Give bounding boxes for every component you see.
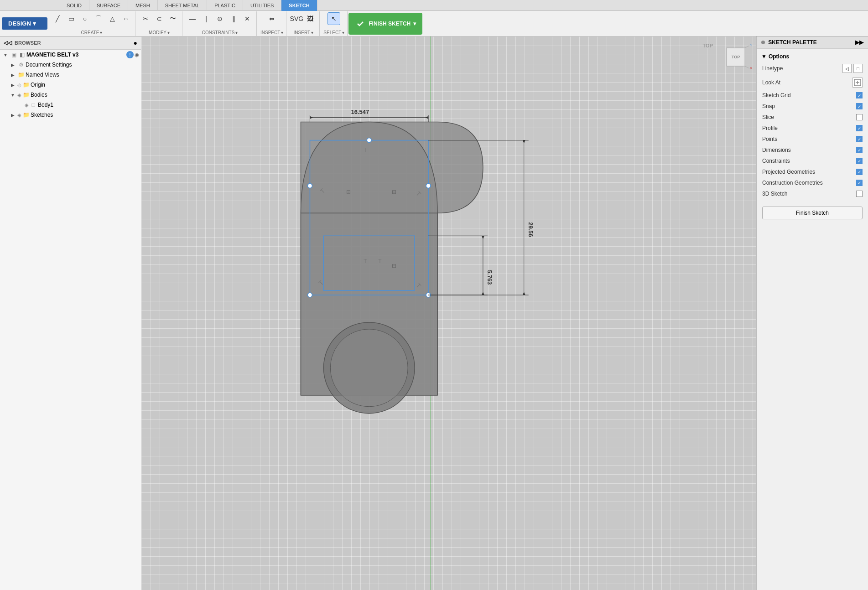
palette-row-projected-geometries: Projected Geometries✓ [757,166,868,177]
tab-plastic[interactable]: PLASTIC [207,0,243,11]
construction-geometries-label: Construction Geometries [762,180,823,186]
inspect-group: ⇔ INSPECT ▾ [258,11,286,36]
rect-tool[interactable]: ▭ [65,12,78,25]
tree-named-views[interactable]: ▶ 📁 Named Views [0,70,141,80]
svg-text:29.56: 29.56 [527,222,534,237]
3d-sketch-checkbox[interactable] [856,191,863,197]
dimensions-label: Dimensions [762,147,791,153]
constraint-x[interactable]: ✕ [241,12,254,25]
viewport[interactable]: TOP TOP Y X [141,36,756,590]
options-header[interactable]: ▼ Options [757,52,868,62]
spline-tool[interactable]: 〜 [166,12,179,25]
construction-geometries-checkbox[interactable]: ✓ [856,180,863,186]
palette-title: SKETCH PALETTE [768,39,816,46]
tab-sheet-metal[interactable]: SHEET METAL [158,0,207,11]
constraint-circle[interactable]: ⊙ [213,12,226,25]
points-label: Points [762,136,777,142]
select-tool[interactable]: ↖ [327,12,340,25]
svg-marker-37 [523,292,525,295]
tree-sketches[interactable]: ▶ ◉ 📁 Sketches [0,110,141,120]
insert-image[interactable]: 🖼 [304,12,317,25]
tree-origin[interactable]: ▶ ◎ 📁 Origin [0,80,141,90]
toolbar: SOLID SURFACE MESH SHEET METAL PLASTIC U… [0,0,868,36]
design-button[interactable]: DESIGN ▾ [2,17,47,30]
snap-checkbox[interactable]: ✓ [856,103,863,109]
browser-close[interactable]: ● [134,39,137,47]
svg-marker-30 [310,116,313,119]
palette-row-construction-geometries: Construction Geometries✓ [757,177,868,188]
linetype-dashed[interactable]: □ [853,64,863,73]
svg-text:⊟: ⊟ [392,263,396,269]
projected-geometries-label: Projected Geometries [762,169,815,175]
palette-expand[interactable]: ▶▶ [855,39,863,46]
sketch-grid-checkbox[interactable]: ✓ [856,92,863,98]
sketch-grid-label: Sketch Grid [762,92,791,98]
bodies-visibility[interactable]: ◉ [17,93,21,98]
line-tool[interactable]: ╱ [51,12,64,25]
sketch-canvas[interactable]: T T T T T T T ⊟ ⊟ ⊟ 16.547 [141,36,756,590]
sketches-visibility[interactable]: ◉ [17,113,21,118]
svg-point-12 [307,183,312,188]
tab-sketch[interactable]: SKETCH [281,0,317,11]
svg-text:5.763: 5.763 [486,270,493,285]
constraints-group: — | ⊙ ∥ ✕ CONSTRAINTS ▾ [183,11,257,36]
constraint-parallel[interactable]: ∥ [227,12,240,25]
profile-label: Profile [762,125,778,131]
palette-row-snap: Snap✓ [757,101,868,112]
finish-sketch-palette-button[interactable]: Finish Sketch [762,207,863,219]
tab-surface[interactable]: SURFACE [89,0,128,11]
create-group: ╱ ▭ ○ ⌒ △ ↔ CREATE ▾ [48,11,135,36]
points-checkbox[interactable]: ✓ [856,136,863,142]
svg-text:T: T [364,147,367,153]
tree-root[interactable]: ▼ ▣ ◧ MAGNETIC BELT v3 ! ◉ [0,50,141,60]
constraint-horizontal[interactable]: — [186,12,199,25]
svg-point-0 [355,19,365,29]
main-area: ◁◁ BROWSER ● ▼ ▣ ◧ MAGNETIC BELT v3 ! ◉ … [0,36,868,590]
modify-group: ✂ ⊂ 〜 MODIFY ▾ [136,11,182,36]
sketches-label: Sketches [31,112,139,118]
doc-settings-label: Document Settings [26,62,139,68]
finish-sketch-button[interactable]: FINISH SKETCH ▾ [348,13,422,35]
origin-visibility[interactable]: ◎ [17,83,21,88]
linetype-solid[interactable]: ◁ [842,64,852,73]
browser-title: BROWSER [15,40,41,46]
tree-doc-settings[interactable]: ▶ ⚙ Document Settings [0,60,141,70]
insert-group: SVG 🖼 INSERT ▾ [287,11,320,36]
tab-solid[interactable]: SOLID [59,0,89,11]
dimension-tool[interactable]: ↔ [120,12,132,25]
extend-tool[interactable]: ⊂ [153,12,166,25]
bodies-label: Bodies [31,92,139,98]
constraints-checkbox[interactable]: ✓ [856,158,863,164]
projected-geometries-checkbox[interactable]: ✓ [856,169,863,175]
polygon-tool[interactable]: △ [106,12,119,25]
palette-row-dimensions: Dimensions✓ [757,145,868,155]
profile-checkbox[interactable]: ✓ [856,125,863,131]
slice-label: Slice [762,114,774,120]
palette-row-points: Points✓ [757,134,868,145]
constraint-vertical[interactable]: | [200,12,213,25]
select-group: ↖ SELECT ▾ [321,11,348,36]
circle-tool[interactable]: ○ [78,12,91,25]
measure-tool[interactable]: ⇔ [265,12,278,25]
insert-svg[interactable]: SVG [290,12,303,25]
tree-bodies[interactable]: ▼ ◉ 📁 Bodies [0,90,141,100]
palette-rows: Sketch Grid✓Snap✓SliceProfile✓Points✓Dim… [757,90,868,199]
tree-body1[interactable]: ◉ □ Body1 [0,100,141,110]
dimensions-checkbox[interactable]: ✓ [856,147,863,153]
look-at-button[interactable] [852,78,863,88]
options-section: ▼ Options Linetype ◁ □ Look At [757,49,868,202]
svg-marker-31 [425,116,428,119]
browser-nav-back[interactable]: ◁◁ [4,40,12,46]
trim-tool[interactable]: ✂ [139,12,152,25]
slice-checkbox[interactable] [856,114,863,120]
tab-mesh[interactable]: MESH [128,0,158,11]
arc-tool[interactable]: ⌒ [92,12,105,25]
tab-utilities[interactable]: UTILITIES [243,0,281,11]
svg-text:16.547: 16.547 [351,109,369,115]
svg-marker-43 [482,292,484,295]
3d-sketch-label: 3D Sketch [762,191,787,197]
visibility-icon[interactable]: ◉ [135,52,139,58]
body1-visibility[interactable]: ◉ [25,103,29,108]
svg-text:⊟: ⊟ [346,189,351,195]
svg-text:T: T [378,258,382,264]
